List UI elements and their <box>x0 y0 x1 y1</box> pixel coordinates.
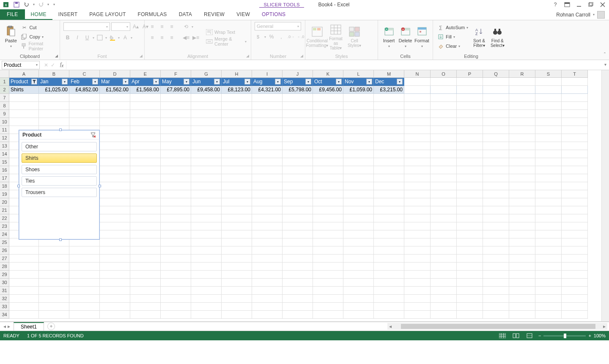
cell[interactable] <box>283 230 313 238</box>
cell[interactable] <box>283 311 313 319</box>
cell[interactable] <box>130 166 161 174</box>
cell[interactable] <box>535 303 562 311</box>
column-header[interactable]: S <box>535 70 562 78</box>
font-color-button[interactable]: A <box>121 33 129 42</box>
cell[interactable] <box>483 246 509 255</box>
cell[interactable] <box>130 295 161 303</box>
cell[interactable] <box>509 303 535 311</box>
cell[interactable] <box>100 174 130 182</box>
cell[interactable] <box>343 190 374 198</box>
cell[interactable] <box>313 110 343 118</box>
close-icon[interactable] <box>599 1 606 8</box>
cell[interactable] <box>535 78 562 86</box>
cell[interactable] <box>222 158 252 166</box>
cell[interactable] <box>509 311 535 319</box>
cell[interactable] <box>313 263 343 271</box>
cell[interactable] <box>130 190 161 198</box>
name-box[interactable]: Product▾ <box>2 61 40 69</box>
cell[interactable] <box>509 166 535 174</box>
fx-icon[interactable]: fx <box>58 61 66 68</box>
cell[interactable] <box>130 134 161 142</box>
cell[interactable] <box>374 126 404 134</box>
cell[interactable] <box>404 311 431 319</box>
cell[interactable] <box>535 190 562 198</box>
cell[interactable] <box>483 166 509 174</box>
cell[interactable] <box>191 263 222 271</box>
cell[interactable] <box>374 174 404 182</box>
cell[interactable] <box>343 158 374 166</box>
cell[interactable] <box>509 102 535 110</box>
cell[interactable] <box>483 174 509 182</box>
cell[interactable] <box>431 222 457 230</box>
tab-data[interactable]: DATA <box>173 9 198 20</box>
row-header[interactable]: 10 <box>0 118 9 126</box>
cell[interactable] <box>343 255 374 263</box>
cell[interactable] <box>457 94 483 102</box>
row-header[interactable]: 1 <box>0 78 9 86</box>
launcher-icon[interactable]: ◢ <box>55 54 58 58</box>
cell[interactable] <box>161 190 191 198</box>
cell[interactable] <box>252 214 283 222</box>
cell[interactable] <box>252 158 283 166</box>
cell[interactable] <box>100 222 130 230</box>
tab-view[interactable]: VIEW <box>230 9 256 20</box>
cell[interactable] <box>283 102 313 110</box>
cell[interactable] <box>509 118 535 126</box>
cell[interactable] <box>509 271 535 279</box>
cell[interactable] <box>9 246 39 255</box>
cell[interactable] <box>9 102 39 110</box>
row-header[interactable]: 21 <box>0 206 9 214</box>
cell[interactable] <box>431 182 457 190</box>
table-header-cell[interactable]: Aug▾ <box>252 78 283 86</box>
cell[interactable] <box>313 246 343 255</box>
cell[interactable] <box>191 271 222 279</box>
cell[interactable] <box>562 110 588 118</box>
tab-formulas[interactable]: FORMULAS <box>132 9 173 20</box>
border-button[interactable] <box>96 33 104 42</box>
cell[interactable] <box>191 206 222 214</box>
cell[interactable] <box>404 238 431 246</box>
cell[interactable] <box>509 230 535 238</box>
cell[interactable] <box>343 263 374 271</box>
cell[interactable] <box>283 222 313 230</box>
cell[interactable] <box>535 206 562 214</box>
cell[interactable] <box>483 230 509 238</box>
cell[interactable] <box>343 118 374 126</box>
cell[interactable] <box>161 255 191 263</box>
cell[interactable] <box>483 102 509 110</box>
cell[interactable] <box>130 263 161 271</box>
align-top-icon[interactable]: ≡ <box>148 22 156 31</box>
zoom-slider[interactable] <box>543 335 586 337</box>
cell[interactable] <box>535 230 562 238</box>
cell[interactable] <box>100 206 130 214</box>
cell[interactable] <box>483 134 509 142</box>
cell[interactable] <box>562 158 588 166</box>
cell[interactable] <box>404 246 431 255</box>
cell[interactable] <box>457 78 483 86</box>
cell[interactable] <box>404 182 431 190</box>
cut-button[interactable]: ✂Cut <box>20 23 56 32</box>
cell[interactable] <box>509 198 535 206</box>
cell[interactable] <box>457 198 483 206</box>
table-header-cell[interactable]: Feb▾ <box>69 78 100 86</box>
cell[interactable] <box>483 206 509 214</box>
row-header[interactable]: 32 <box>0 295 9 303</box>
cell[interactable] <box>374 238 404 246</box>
cell[interactable] <box>191 214 222 222</box>
cell[interactable] <box>483 271 509 279</box>
cell[interactable] <box>130 198 161 206</box>
row-header[interactable]: 26 <box>0 246 9 255</box>
cell[interactable] <box>535 311 562 319</box>
cell[interactable]: £1,025.00 <box>39 86 69 94</box>
cell[interactable] <box>39 110 69 118</box>
cell[interactable] <box>404 279 431 287</box>
cell[interactable] <box>404 295 431 303</box>
insert-cells-button[interactable]: +Insert▾ <box>381 22 396 52</box>
cell[interactable] <box>100 94 130 102</box>
cell[interactable] <box>431 158 457 166</box>
cell[interactable] <box>252 230 283 238</box>
tab-insert[interactable]: INSERT <box>52 9 84 20</box>
cell[interactable] <box>313 287 343 295</box>
cell[interactable] <box>313 174 343 182</box>
cell[interactable] <box>343 110 374 118</box>
